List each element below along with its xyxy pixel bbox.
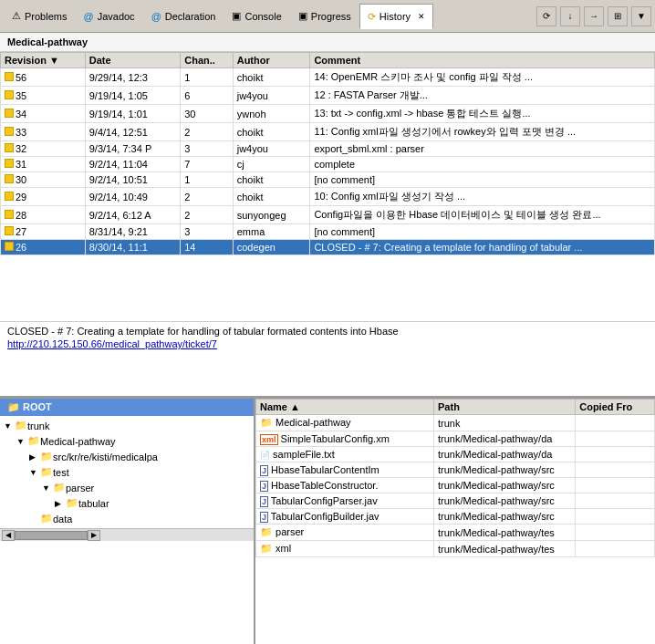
date-cell: 9/2/14, 11:04 (85, 157, 180, 172)
tab-history[interactable]: ⟳ History ✕ (359, 4, 433, 29)
file-path-cell: trunk/Medical-pathway/tes (434, 525, 576, 541)
revision-table-container[interactable]: Revision ▼ Date Chan.. Author Comment 56… (0, 52, 655, 321)
tree-label-data: data (53, 514, 72, 525)
tab-console[interactable]: ▣ Console (224, 4, 289, 29)
tree-item-tabular[interactable]: ▶ 📁 tabular (0, 495, 254, 511)
col-date[interactable]: Date (85, 53, 180, 68)
table-row[interactable]: 26 8/30/14, 11:1 14 codegen CLOSED - # 7… (1, 240, 655, 255)
comment-cell: Config파일을 이용한 Hbase 데이터베이스 및 테이블 생성 완료..… (310, 206, 655, 224)
file-copied-cell (576, 525, 655, 541)
list-item[interactable]: J HbaseTableConstructor. trunk/Medical-p… (256, 478, 655, 493)
tab-progress[interactable]: ▣ Progress (290, 4, 359, 29)
comment-text: CLOSED - # 7: Creating a template for ha… (7, 326, 648, 337)
dropdown-button[interactable]: ▼ (631, 6, 651, 26)
changes-cell: 1 (181, 68, 233, 87)
tab-declaration[interactable]: @ Declaration (143, 4, 224, 29)
list-item[interactable]: J TabularConfigBuilder.jav trunk/Medical… (256, 509, 655, 525)
tab-javadoc-label: Javadoc (98, 11, 135, 22)
scroll-left-btn[interactable]: ◀ (2, 530, 15, 541)
table-row[interactable]: 27 8/31/14, 9:21 3 emma [no comment] (1, 224, 655, 240)
comment-cell: complete (310, 157, 655, 172)
refresh-button[interactable]: ⟳ (536, 6, 556, 26)
file-path-cell: trunk/Medical-pathway/src (434, 478, 576, 493)
changes-cell: 3 (181, 141, 233, 157)
list-item[interactable]: xml SimpleTabularConfig.xm trunk/Medical… (256, 431, 655, 447)
author-cell: jw4you (233, 141, 310, 157)
folder-icon: 📁 (260, 526, 273, 537)
rev-cell: 56 (1, 68, 86, 87)
list-item[interactable]: 📄 sampleFile.txt trunk/Medical-pathway/d… (256, 447, 655, 462)
file-name-cell: xml SimpleTabularConfig.xm (256, 431, 434, 447)
rev-cell: 28 (1, 206, 86, 224)
tab-console-label: Console (244, 11, 281, 22)
list-item[interactable]: J TabularConfigParser.jav trunk/Medical-… (256, 493, 655, 509)
tab-javadoc[interactable]: @ Javadoc (75, 4, 142, 29)
author-cell: choikt (233, 172, 310, 188)
close-icon[interactable]: ✕ (418, 12, 425, 21)
file-name-cell: 📁 parser (256, 525, 434, 541)
table-row[interactable]: 29 9/2/14, 10:49 2 choikt 10: Config xml… (1, 188, 655, 206)
tree-item-parser[interactable]: ▼ 📁 parser (0, 480, 254, 495)
col-comment[interactable]: Comment (310, 53, 655, 68)
date-cell: 9/4/14, 12:51 (85, 123, 180, 141)
author-cell: choikt (233, 68, 310, 87)
author-cell: ywnoh (233, 105, 310, 123)
view-menu-button[interactable]: ⊞ (608, 6, 628, 26)
table-row[interactable]: 31 9/2/14, 11:04 7 cj complete (1, 157, 655, 172)
txt-icon: 📄 (260, 451, 270, 460)
date-cell: 9/29/14, 12:3 (85, 68, 180, 87)
tab-problems[interactable]: ⚠ Problems (4, 4, 75, 29)
col-copied[interactable]: Copied Fro (576, 400, 655, 415)
table-row[interactable]: 32 9/3/14, 7:34 P 3 jw4you export_sbml.x… (1, 141, 655, 157)
list-item[interactable]: J HbaseTabularContentIm trunk/Medical-pa… (256, 462, 655, 478)
author-cell: sunyongeg (233, 206, 310, 224)
file-copied-cell (576, 541, 655, 557)
changes-cell: 3 (181, 224, 233, 240)
list-item[interactable]: 📁 Medical-pathway trunk (256, 415, 655, 431)
tree-item-src[interactable]: ▶ 📁 src/kr/re/kisti/medicalpa (0, 449, 254, 464)
table-row[interactable]: 35 9/19/14, 1:05 6 jw4you 12 : FASTA Par… (1, 87, 655, 105)
table-row[interactable]: 56 9/29/14, 12:3 1 choikt 14: OpenEMR 스키… (1, 68, 655, 87)
tree-hscroll[interactable]: ◀ ▶ (0, 528, 254, 541)
rev-cell: 26 (1, 240, 86, 255)
date-cell: 9/3/14, 7:34 P (85, 141, 180, 157)
bottom-section: 📁 ROOT ▼ 📁 trunk ▼ 📁 Medical-pathway ▶ 📁… (0, 398, 655, 644)
table-row[interactable]: 28 9/2/14, 6:12 A 2 sunyongeg Config파일을 … (1, 206, 655, 224)
declaration-icon: @ (151, 11, 161, 22)
file-copied-cell (576, 462, 655, 478)
rev-cell: 30 (1, 172, 86, 188)
scroll-thumb[interactable] (15, 531, 88, 540)
col-path[interactable]: Path (434, 400, 576, 415)
tree-item-test[interactable]: ▼ 📁 test (0, 464, 254, 480)
col-author[interactable]: Author (233, 53, 310, 68)
comment-link[interactable]: http://210.125.150.66/medical_pathway/ti… (7, 338, 217, 349)
comment-cell: 13: txt -> config.xml -> hbase 통합 테스트 실행… (310, 105, 655, 123)
table-row[interactable]: 33 9/4/14, 12:51 2 choikt 11: Config xml… (1, 123, 655, 141)
file-name-cell: J HbaseTabularContentIm (256, 462, 434, 478)
file-name-cell: J HbaseTableConstructor. (256, 478, 434, 493)
date-cell: 8/30/14, 11:1 (85, 240, 180, 255)
collapse-button[interactable]: ↓ (560, 6, 580, 26)
tree-label-medical-pathway: Medical-pathway (40, 436, 116, 447)
tree-label-src: src/kr/re/kisti/medicalpa (53, 452, 158, 462)
table-row[interactable]: 30 9/2/14, 10:51 1 choikt [no comment] (1, 172, 655, 188)
col-name[interactable]: Name ▲ (256, 400, 434, 415)
date-cell: 9/19/14, 1:05 (85, 87, 180, 105)
rev-cell: 34 (1, 105, 86, 123)
tree-item-trunk[interactable]: ▼ 📁 trunk (0, 418, 254, 433)
scroll-right-btn[interactable]: ▶ (88, 530, 100, 541)
col-revision[interactable]: Revision ▼ (1, 53, 86, 68)
tree-item-medical-pathway[interactable]: ▼ 📁 Medical-pathway (0, 433, 254, 449)
comment-cell: 10: Config xml파일 생성기 작성 ... (310, 188, 655, 206)
tree-content: ▼ 📁 trunk ▼ 📁 Medical-pathway ▶ 📁 src/kr… (0, 416, 254, 528)
list-item[interactable]: 📁 parser trunk/Medical-pathway/tes (256, 525, 655, 541)
tree-label-test: test (53, 467, 69, 478)
file-copied-cell (576, 478, 655, 493)
comment-cell: 12 : FASTA Parser 개발... (310, 87, 655, 105)
tree-item-data[interactable]: 📁 data (0, 511, 254, 526)
table-row[interactable]: 34 9/19/14, 1:01 30 ywnoh 13: txt -> con… (1, 105, 655, 123)
list-item[interactable]: 📁 xml trunk/Medical-pathway/tes (256, 541, 655, 557)
history-table: Revision ▼ Date Chan.. Author Comment 56… (0, 52, 655, 255)
col-changes[interactable]: Chan.. (181, 53, 233, 68)
link-button[interactable]: → (584, 6, 604, 26)
